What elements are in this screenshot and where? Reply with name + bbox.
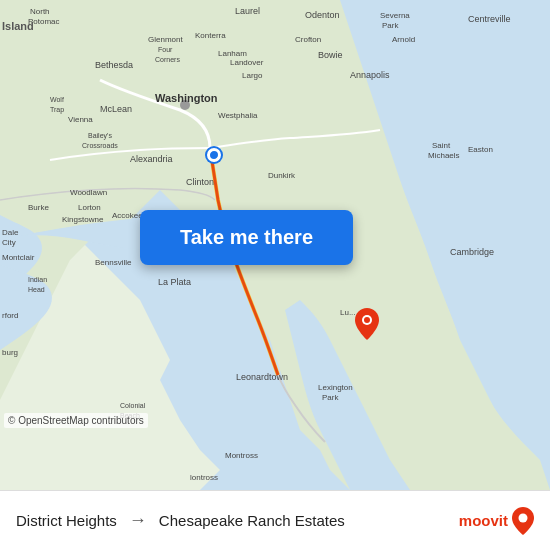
svg-text:Saint: Saint [432,141,451,150]
map-container: Washington Bethesda Annapolis Alexandria… [0,0,550,490]
svg-text:Head: Head [28,286,45,293]
svg-text:Montclair: Montclair [2,253,35,262]
svg-text:Dunkirk: Dunkirk [268,171,296,180]
svg-text:Lu...: Lu... [340,308,356,317]
svg-text:Island: Island [2,20,34,32]
svg-text:Odenton: Odenton [305,10,340,20]
svg-text:Montross: Montross [225,451,258,460]
svg-text:Vienna: Vienna [68,115,93,124]
svg-text:Leonardtown: Leonardtown [236,372,288,382]
svg-text:Westphalia: Westphalia [218,111,258,120]
svg-text:North: North [30,7,50,16]
svg-text:Konterra: Konterra [195,31,226,40]
svg-text:McLean: McLean [100,104,132,114]
svg-text:Corners: Corners [155,56,180,63]
svg-text:Washington: Washington [155,92,218,104]
svg-text:Kingstowne: Kingstowne [62,215,104,224]
svg-text:Lexington: Lexington [318,383,353,392]
osm-credit: © OpenStreetMap contributors [4,413,148,428]
destination-marker [355,308,379,340]
svg-text:lontross: lontross [190,473,218,482]
origin-marker [207,148,221,162]
svg-text:Dale: Dale [2,228,19,237]
svg-point-64 [519,513,528,522]
svg-text:Severna: Severna [380,11,410,20]
svg-text:Park: Park [322,393,339,402]
svg-text:Burke: Burke [28,203,49,212]
svg-text:Colonial: Colonial [120,402,146,409]
svg-text:Michaels: Michaels [428,151,460,160]
take-me-there-button[interactable]: Take me there [140,210,353,265]
svg-text:Largo: Largo [242,71,263,80]
svg-text:Bowie: Bowie [318,50,343,60]
svg-text:Crossroads: Crossroads [82,142,118,149]
svg-text:City: City [2,238,16,247]
svg-text:Easton: Easton [468,145,493,154]
svg-text:rford: rford [2,311,18,320]
svg-text:Bailey's: Bailey's [88,132,112,140]
moovit-text: moovit [459,512,508,529]
from-label: District Heights [16,512,117,529]
moovit-logo: moovit [459,507,534,535]
svg-text:Clinton: Clinton [186,177,214,187]
svg-text:Park: Park [382,21,399,30]
to-label: Chesapeake Ranch Estates [159,512,345,529]
svg-text:Lorton: Lorton [78,203,101,212]
svg-text:Arnold: Arnold [392,35,415,44]
svg-text:Cambridge: Cambridge [450,247,494,257]
svg-text:Woodlawn: Woodlawn [70,188,107,197]
svg-text:Laurel: Laurel [235,6,260,16]
svg-text:Lanham: Lanham [218,49,247,58]
svg-text:Landover: Landover [230,58,264,67]
svg-text:Bennsville: Bennsville [95,258,132,267]
svg-text:La Plata: La Plata [158,277,191,287]
svg-text:Wolf: Wolf [50,96,64,103]
svg-point-63 [364,317,370,323]
svg-text:Alexandria: Alexandria [130,154,173,164]
moovit-pin-icon [512,507,534,535]
svg-text:burg: burg [2,348,18,357]
arrow-icon: → [129,510,147,531]
route-info: District Heights → Chesapeake Ranch Esta… [16,510,459,531]
svg-text:Glenmont: Glenmont [148,35,183,44]
svg-text:Four: Four [158,46,173,53]
svg-text:Centreville: Centreville [468,14,511,24]
svg-text:Annapolis: Annapolis [350,70,390,80]
svg-text:Crofton: Crofton [295,35,321,44]
svg-text:Indian: Indian [28,276,47,283]
svg-text:Trap: Trap [50,106,64,114]
svg-text:Bethesda: Bethesda [95,60,133,70]
bottom-bar: District Heights → Chesapeake Ranch Esta… [0,490,550,550]
